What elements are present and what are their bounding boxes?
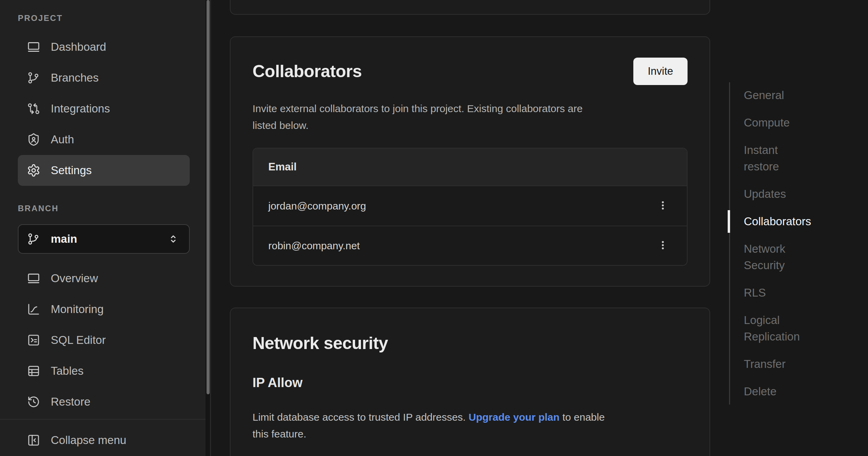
sidebar-scrollbar[interactable]	[206, 0, 211, 456]
git-compare-icon	[27, 102, 40, 116]
sidebar-item-label: Restore	[51, 395, 91, 408]
settings-nav-transfer[interactable]: Transfer	[744, 356, 832, 372]
sidebar-item-label: Overview	[51, 272, 98, 285]
sidebar-item-dashboard[interactable]: Dashboard	[18, 32, 190, 62]
sidebar-item-restore[interactable]: Restore	[18, 386, 190, 417]
network-security-card: Network security IP Allow Limit database…	[230, 308, 710, 456]
sidebar-item-integrations[interactable]: Integrations	[18, 93, 190, 124]
settings-nav-updates[interactable]: Updates	[744, 186, 832, 202]
settings-nav-delete[interactable]: Delete	[744, 383, 832, 400]
git-branch-icon	[27, 71, 40, 85]
row-menu-button[interactable]	[655, 195, 670, 217]
table-icon	[27, 364, 40, 378]
gear-icon	[27, 164, 40, 177]
ip-allow-description: Limit database access to trusted IP addr…	[253, 409, 688, 442]
settings-nav-rls[interactable]: RLS	[744, 285, 832, 301]
collaborators-card: Collaborators Invite Invite external col…	[230, 36, 710, 287]
dashboard-icon	[27, 40, 40, 54]
previous-card-partial	[230, 0, 710, 15]
sidebar-item-settings[interactable]: Settings	[18, 155, 190, 186]
sidebar-divider	[0, 419, 206, 420]
settings-section-nav: General Compute Instant restore Updates …	[729, 82, 832, 405]
dashboard-icon	[27, 272, 40, 285]
row-menu-button[interactable]	[655, 235, 670, 257]
collapse-menu-button[interactable]: Collapse menu	[18, 425, 190, 456]
chevrons-up-down-icon	[167, 232, 181, 246]
sidebar-item-label: Settings	[51, 164, 92, 177]
table-row: robin@company.net	[253, 226, 687, 265]
collaborator-email: jordan@company.org	[268, 200, 366, 212]
table-row: jordan@company.org	[253, 186, 687, 226]
branch-selector-value: main	[51, 232, 77, 245]
branch-selector[interactable]: main	[18, 224, 190, 254]
settings-nav-general[interactable]: General	[744, 87, 832, 104]
git-branch-icon	[27, 232, 40, 246]
settings-nav-collaborators[interactable]: Collaborators	[744, 213, 832, 230]
sidebar-item-tables[interactable]: Tables	[18, 356, 190, 386]
terminal-icon	[27, 333, 40, 347]
table-header-row: Email	[253, 148, 687, 186]
email-column-header: Email	[268, 161, 297, 173]
collaborators-title: Collaborators	[253, 61, 362, 81]
sidebar-item-label: Branches	[51, 71, 98, 84]
sidebar-scrollbar-thumb[interactable]	[207, 0, 210, 394]
sidebar-item-sql-editor[interactable]: SQL Editor	[18, 325, 190, 356]
branch-section-label: BRANCH	[18, 203, 211, 214]
sidebar-item-auth[interactable]: Auth	[18, 124, 190, 155]
collaborators-card-header: Collaborators Invite	[253, 58, 688, 85]
panel-left-collapse-icon	[27, 433, 40, 447]
collaborators-description: Invite external collaborators to join th…	[253, 100, 688, 134]
shield-user-icon	[27, 133, 40, 146]
ip-allow-text-before: Limit database access to trusted IP addr…	[253, 411, 469, 423]
sidebar-item-label: Monitoring	[51, 303, 104, 316]
branch-nav: Overview Monitoring SQL Editor Tables	[18, 263, 211, 417]
upgrade-plan-link[interactable]: Upgrade your plan	[469, 411, 560, 423]
sidebar: PROJECT Dashboard Branches Integrations	[0, 0, 211, 456]
sidebar-item-label: Dashboard	[51, 40, 106, 53]
settings-nav-instant-restore[interactable]: Instant restore	[744, 142, 832, 175]
network-security-title: Network security	[253, 333, 688, 353]
sidebar-item-label: Auth	[51, 133, 74, 146]
main-content: Collaborators Invite Invite external col…	[211, 0, 868, 456]
sidebar-item-overview[interactable]: Overview	[18, 263, 190, 294]
app-root: PROJECT Dashboard Branches Integrations	[0, 0, 868, 456]
collaborators-table: Email jordan@company.org robin@company.n…	[253, 148, 688, 266]
sidebar-item-label: SQL Editor	[51, 334, 106, 347]
sidebar-item-label: Integrations	[51, 102, 110, 115]
ip-allow-title: IP Allow	[253, 374, 688, 391]
chart-icon	[27, 302, 40, 316]
settings-nav-network-security[interactable]: Network Security	[744, 241, 832, 274]
invite-button[interactable]: Invite	[633, 58, 688, 85]
sidebar-item-monitoring[interactable]: Monitoring	[18, 294, 190, 325]
settings-nav-compute[interactable]: Compute	[744, 115, 832, 131]
collaborator-email: robin@company.net	[268, 240, 360, 252]
project-section-label: PROJECT	[18, 13, 211, 23]
sidebar-item-label: Tables	[51, 364, 83, 377]
history-icon	[27, 395, 40, 409]
kebab-icon	[657, 239, 669, 252]
kebab-icon	[657, 200, 669, 212]
settings-nav-logical-replication[interactable]: Logical Replication	[744, 312, 832, 345]
sidebar-item-branches[interactable]: Branches	[18, 62, 190, 93]
project-nav: Dashboard Branches Integrations Auth	[18, 32, 211, 186]
sidebar-item-label: Collapse menu	[51, 434, 126, 447]
